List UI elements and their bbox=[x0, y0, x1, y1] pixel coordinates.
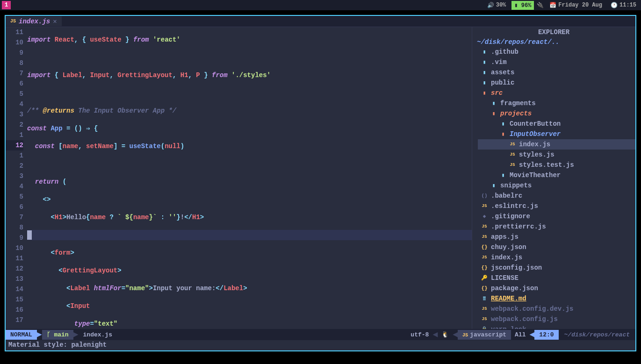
tree-item-label: InputObserver bbox=[510, 129, 561, 139]
tree-item-chuy-json[interactable]: {}chuy.json bbox=[478, 242, 635, 252]
js-icon: JS bbox=[481, 232, 488, 242]
tree-item-label: webpack.config.dev.js bbox=[491, 304, 573, 314]
tree-item--github[interactable]: ▮.github bbox=[478, 47, 635, 57]
line-number: 6 bbox=[6, 202, 23, 212]
tree-item-label: styles.test.js bbox=[519, 160, 574, 170]
gear-icon: () bbox=[481, 191, 488, 201]
tree-item-label: LICENSE bbox=[491, 273, 519, 283]
json-icon: {} bbox=[481, 283, 488, 293]
tree-item--vim[interactable]: ▮.vim bbox=[478, 57, 635, 67]
file-tree[interactable]: ▮.github▮.vim▮assets▮public▮src▮fragment… bbox=[472, 47, 635, 329]
tree-item-index-js[interactable]: JSindex.js bbox=[478, 252, 635, 263]
tree-item-label: src bbox=[491, 88, 503, 98]
tree-item-fragments[interactable]: ▮fragments bbox=[478, 98, 635, 108]
time-indicator: 🕐 11:15 bbox=[608, 1, 639, 10]
message-line: Material style: palenight bbox=[6, 340, 635, 350]
license-icon: 🔑 bbox=[481, 273, 488, 283]
close-icon[interactable]: ✕ bbox=[53, 17, 57, 25]
line-number: 13 bbox=[6, 274, 23, 284]
tree-item-label: package.json bbox=[491, 283, 538, 293]
line-number: 5 bbox=[6, 89, 23, 99]
tree-item-label: public bbox=[491, 78, 514, 88]
tree-item-readme-md[interactable]: ≣README.md bbox=[478, 293, 635, 304]
tree-item-yarn-lock[interactable]: 🔒yarn.lock bbox=[478, 324, 635, 329]
js-icon: JS bbox=[481, 252, 488, 263]
line-number: 10 bbox=[6, 37, 23, 48]
tree-item-label: fragments bbox=[500, 98, 536, 108]
tree-item-inputobserver[interactable]: ▮InputObserver bbox=[478, 129, 635, 139]
tree-item-license[interactable]: 🔑LICENSE bbox=[478, 273, 635, 283]
line-number: 9 bbox=[6, 48, 23, 58]
folder-open-icon: ▮ bbox=[499, 129, 507, 139]
statusbar-percent: All bbox=[511, 330, 529, 340]
line-number: 4 bbox=[6, 99, 23, 109]
js-icon: JS bbox=[481, 201, 488, 211]
tree-item-label: README.md bbox=[491, 293, 526, 304]
tree-item-styles-js[interactable]: JSstyles.js bbox=[478, 150, 635, 160]
tree-item-snippets[interactable]: ▮snippets bbox=[478, 180, 635, 191]
line-number: 8 bbox=[6, 222, 23, 233]
tree-item-label: webpack.config.js bbox=[491, 314, 558, 324]
line-number: 1 bbox=[6, 150, 23, 161]
tree-item-package-json[interactable]: {}package.json bbox=[478, 283, 635, 293]
tree-item-src[interactable]: ▮src bbox=[478, 88, 635, 98]
json-icon: {} bbox=[481, 263, 488, 273]
line-number: 10 bbox=[6, 243, 23, 253]
explorer-title: EXPLORER bbox=[472, 27, 635, 37]
tree-item-webpack-config-dev-js[interactable]: JSwebpack.config.dev.js bbox=[478, 304, 635, 314]
explorer-path: ~/disk/repos/react/.. bbox=[472, 37, 635, 47]
tree-item-index-js[interactable]: JSindex.js bbox=[478, 139, 635, 150]
tree-item-webpack-config-js[interactable]: JSwebpack.config.js bbox=[478, 314, 635, 324]
tree-item-jsconfig-json[interactable]: {}jsconfig.json bbox=[478, 263, 635, 273]
line-number: 2 bbox=[6, 120, 23, 130]
js-icon: JS bbox=[481, 314, 488, 324]
tree-item-counterbutton[interactable]: ▮CounterButton bbox=[478, 119, 635, 129]
code-editor[interactable]: 1110987654321121234567891011121314151617… bbox=[6, 27, 472, 329]
line-number: 2 bbox=[6, 161, 23, 171]
tree-item-label: MovieTheather bbox=[510, 170, 561, 180]
tree-item-styles-test-js[interactable]: JSstyles.test.js bbox=[478, 160, 635, 170]
line-number: 11 bbox=[6, 27, 23, 37]
workspace-indicator[interactable]: 1 bbox=[2, 1, 11, 9]
line-number: 17 bbox=[6, 315, 23, 325]
line-number: 8 bbox=[6, 58, 23, 68]
tree-item-label: CounterButton bbox=[510, 119, 561, 129]
tree-item-label: .gitignore bbox=[491, 211, 530, 221]
js-icon: JS bbox=[10, 19, 16, 24]
date-indicator: 📅 Friday 20 Aug bbox=[547, 1, 605, 10]
folder-icon: ▮ bbox=[499, 119, 507, 129]
tree-item-label: .vim bbox=[491, 57, 507, 67]
tree-item--babelrc[interactable]: ().babelrc bbox=[478, 191, 635, 201]
folder-icon: ▮ bbox=[490, 180, 497, 191]
tree-item-projects[interactable]: ▮projects bbox=[478, 108, 635, 119]
folder-icon: ▮ bbox=[481, 78, 488, 88]
line-number: 5 bbox=[6, 192, 23, 202]
volume-indicator[interactable]: 🔊 30% bbox=[484, 1, 509, 10]
tree-item-apps-js[interactable]: JSapps.js bbox=[478, 232, 635, 242]
folder-icon: ▮ bbox=[499, 170, 507, 180]
tree-item-public[interactable]: ▮public bbox=[478, 78, 635, 88]
js-icon: JS bbox=[509, 150, 516, 160]
statusbar-encoding: utf-8 bbox=[407, 330, 432, 340]
tree-item--prettierrc-js[interactable]: JS.prettierrc.js bbox=[478, 221, 635, 232]
tree-item--gitignore[interactable]: ◆.gitignore bbox=[478, 211, 635, 221]
tree-item-assets[interactable]: ▮assets bbox=[478, 67, 635, 78]
line-number: 12 bbox=[6, 140, 23, 150]
tree-item-label: index.js bbox=[519, 139, 550, 150]
tree-item-label: index.js bbox=[491, 252, 522, 263]
tab-label: index.js bbox=[19, 18, 50, 25]
os-icon: 🐧 bbox=[438, 329, 453, 340]
statusbar-filename: index.js bbox=[79, 330, 117, 340]
js-icon: JS bbox=[481, 221, 488, 232]
line-number: 16 bbox=[6, 305, 23, 315]
line-number: 6 bbox=[6, 79, 23, 89]
tree-item-movietheather[interactable]: ▮MovieTheather bbox=[478, 170, 635, 180]
code-content[interactable]: import React, { useState } from 'react' … bbox=[27, 27, 472, 329]
tab-index-js[interactable]: JS index.js ✕ bbox=[6, 16, 62, 26]
cursor bbox=[27, 230, 32, 240]
file-explorer[interactable]: EXPLORER ~/disk/repos/react/.. ▮.github▮… bbox=[472, 27, 635, 329]
tree-item-label: styles.js bbox=[519, 150, 555, 160]
tree-item--eslintrc-js[interactable]: JS.eslintrc.js bbox=[478, 201, 635, 211]
git-branch: ᚴ main bbox=[42, 330, 73, 340]
editor-window: JS index.js ✕ 11109876543211212345678910… bbox=[5, 15, 636, 351]
